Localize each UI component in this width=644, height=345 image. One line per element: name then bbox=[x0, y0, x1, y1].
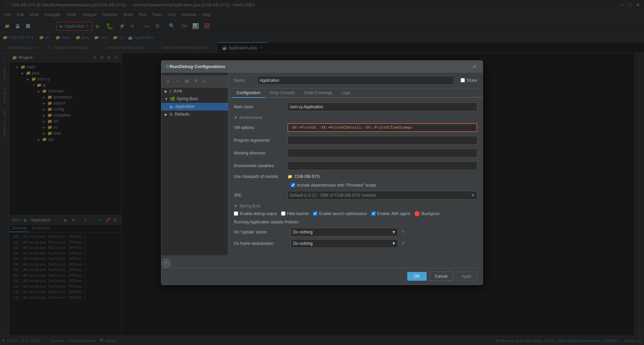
env-arrow-icon: ▼ bbox=[234, 115, 238, 120]
on-frame-deact-row: On frame deactivation: Do nothing ▼ ? bbox=[234, 239, 477, 248]
app-config-label: Application bbox=[175, 104, 195, 109]
enable-jmx-label: Enable JMX agent bbox=[377, 211, 410, 216]
spring-boot-header[interactable]: ▼ Spring Boot bbox=[234, 204, 477, 208]
vm-options-input[interactable] bbox=[287, 123, 477, 132]
dialog-close-button[interactable]: ✕ bbox=[470, 63, 479, 70]
include-deps-checkbox[interactable] bbox=[291, 183, 295, 187]
program-args-input[interactable] bbox=[287, 136, 477, 145]
classpath-value: CGB-DB-SYS bbox=[294, 174, 320, 179]
dialog-footer: OK Cancel Apply bbox=[161, 268, 483, 285]
config-remove-btn[interactable]: − bbox=[173, 77, 181, 85]
running-policies-label: Running Application Update Policies bbox=[234, 220, 477, 224]
cancel-button[interactable]: Cancel bbox=[429, 272, 453, 281]
dialog-body: + − ⧉ ✎ ▷ ▶ J JUnit ▼ 🌿 Spring Boot bbox=[161, 73, 483, 255]
config-right-panel: Name: Share Configuration Grep Console C… bbox=[228, 73, 483, 255]
include-deps-label: Include dependencies with "Provided" sco… bbox=[297, 183, 376, 188]
name-input[interactable] bbox=[257, 76, 454, 85]
classpath-row: Use classpath of module: 📁 CGB-DB-SYS bbox=[234, 174, 477, 179]
on-update-label: On 'Update' action: bbox=[234, 230, 287, 234]
vm-options-label: VM options: bbox=[234, 125, 287, 130]
working-dir-label: Working directory: bbox=[234, 151, 287, 155]
run-debug-dialog: ⚙ Run/Debug Configurations ✕ + − ⧉ ✎ ▷ ▶… bbox=[161, 60, 483, 285]
config-tab-logs[interactable]: Logs bbox=[337, 88, 355, 98]
springboot-section-arrow: ▼ bbox=[234, 204, 238, 208]
working-dir-row: Working directory: bbox=[234, 149, 477, 157]
config-tree-springboot[interactable]: ▼ 🌿 Spring Boot bbox=[161, 95, 228, 103]
program-args-label: Program arguments: bbox=[234, 138, 287, 143]
jre-row: JRE: Default (1.8 (1) - SDK of 'CGB-DB-S… bbox=[234, 191, 477, 200]
main-class-row: Main class: bbox=[234, 102, 477, 111]
background-item: 🔴 Backgrour bbox=[414, 211, 440, 216]
program-args-row: Program arguments: bbox=[234, 136, 477, 145]
config-left-panel: + − ⧉ ✎ ▷ ▶ J JUnit ▼ 🌿 Spring Boot bbox=[161, 73, 228, 255]
dialog-help-button[interactable]: ? bbox=[161, 259, 171, 268]
apply-button[interactable]: Apply bbox=[456, 272, 477, 281]
config-add-btn[interactable]: + bbox=[164, 77, 172, 85]
env-vars-input[interactable] bbox=[287, 161, 477, 170]
config-tab-grep[interactable]: Grep Console bbox=[265, 88, 299, 98]
on-update-select[interactable]: Do nothing ▼ bbox=[291, 228, 398, 236]
on-update-help-icon[interactable]: ? bbox=[401, 229, 404, 235]
main-class-input[interactable] bbox=[287, 102, 477, 111]
config-tree-defaults[interactable]: ▶ ⚙ Defaults bbox=[161, 111, 228, 118]
config-toolbar: + − ⧉ ✎ ▷ bbox=[161, 75, 228, 87]
vm-options-row: VM options: bbox=[234, 123, 477, 132]
module-folder-icon: 📁 bbox=[287, 174, 292, 179]
junit-icon: J bbox=[169, 89, 171, 94]
dialog-title-bar: ⚙ Run/Debug Configurations ✕ bbox=[161, 61, 483, 73]
defaults-icon: ⚙ bbox=[169, 112, 173, 117]
name-label: Name: bbox=[234, 78, 254, 83]
include-deps-checkbox-item: Include dependencies with "Provided" sco… bbox=[291, 183, 376, 188]
enable-debug-label: Enable debug output bbox=[240, 211, 277, 216]
working-dir-input[interactable] bbox=[287, 149, 477, 157]
config-edit-btn[interactable]: ✎ bbox=[192, 77, 200, 85]
hide-banner-label: Hide banner bbox=[287, 211, 309, 216]
ok-button[interactable]: OK bbox=[407, 272, 426, 281]
config-tree-application[interactable]: ▶ Application bbox=[161, 103, 228, 111]
hide-banner-checkbox[interactable] bbox=[281, 211, 285, 216]
springboot-options-row: Enable debug output Hide banner Enable l… bbox=[234, 211, 477, 216]
on-frame-deact-help-icon[interactable]: ? bbox=[401, 241, 404, 246]
junit-label: JUnit bbox=[173, 89, 182, 93]
config-copy-btn[interactable]: ⧉ bbox=[183, 77, 191, 85]
jre-value: Default (1.8 (1) - SDK of 'CGB-DB-SYS' m… bbox=[290, 193, 376, 198]
defaults-label: Defaults bbox=[175, 112, 190, 117]
enable-launch-checkbox[interactable] bbox=[313, 211, 317, 216]
config-tab-configuration[interactable]: Configuration bbox=[232, 88, 265, 98]
defaults-arrow: ▶ bbox=[165, 113, 167, 116]
on-frame-deact-select[interactable]: Do nothing ▼ bbox=[291, 239, 398, 248]
enable-launch-label: Enable launch optimization bbox=[319, 211, 367, 216]
share-checkbox[interactable] bbox=[461, 78, 465, 82]
on-update-arrow-icon: ▼ bbox=[392, 230, 396, 234]
enable-jmx-item: Enable JMX agent bbox=[371, 211, 410, 216]
enable-jmx-checkbox[interactable] bbox=[371, 211, 376, 216]
app-config-icon: ▶ bbox=[170, 104, 173, 109]
on-frame-deact-value: Do nothing bbox=[293, 241, 313, 246]
on-frame-deact-label: On frame deactivation: bbox=[234, 241, 287, 246]
dialog-title-text: Run/Debug Configurations bbox=[170, 64, 225, 69]
config-tabs: Configuration Grep Console Code Coverage… bbox=[228, 88, 483, 98]
springboot-arrow: ▼ bbox=[165, 97, 168, 101]
jre-label: JRE: bbox=[234, 193, 287, 198]
junit-arrow: ▶ bbox=[165, 89, 167, 93]
jre-select[interactable]: Default (1.8 (1) - SDK of 'CGB-DB-SYS' m… bbox=[287, 191, 477, 200]
config-content: Main class: ▼ Environment VM options: bbox=[228, 98, 483, 255]
background-error-icon: 🔴 bbox=[414, 211, 420, 216]
share-checkbox-row: Share bbox=[461, 78, 477, 83]
dialog-title-icon: ⚙ bbox=[165, 64, 170, 69]
dialog-help-container: ? bbox=[161, 255, 483, 268]
enable-debug-item: Enable debug output bbox=[234, 211, 277, 216]
on-update-value: Do nothing bbox=[293, 230, 313, 234]
environment-section-header[interactable]: ▼ Environment bbox=[234, 115, 477, 120]
config-tab-coverage[interactable]: Code Coverage bbox=[299, 88, 337, 98]
enable-debug-checkbox[interactable] bbox=[234, 211, 238, 216]
config-tree-junit[interactable]: ▶ J JUnit bbox=[161, 87, 228, 95]
on-update-row: On 'Update' action: Do nothing ▼ ? bbox=[234, 228, 477, 236]
enable-launch-item: Enable launch optimization bbox=[313, 211, 367, 216]
springboot-label: Spring Boot bbox=[177, 96, 198, 101]
dialog-overlay: ⚙ Run/Debug Configurations ✕ + − ⧉ ✎ ▷ ▶… bbox=[0, 0, 644, 345]
spring-boot-section: ▼ Spring Boot Enable debug output bbox=[234, 204, 477, 248]
env-vars-row: Environment variables: bbox=[234, 161, 477, 170]
on-frame-deact-arrow-icon: ▼ bbox=[392, 241, 396, 246]
env-section-label: Environment bbox=[239, 115, 262, 120]
